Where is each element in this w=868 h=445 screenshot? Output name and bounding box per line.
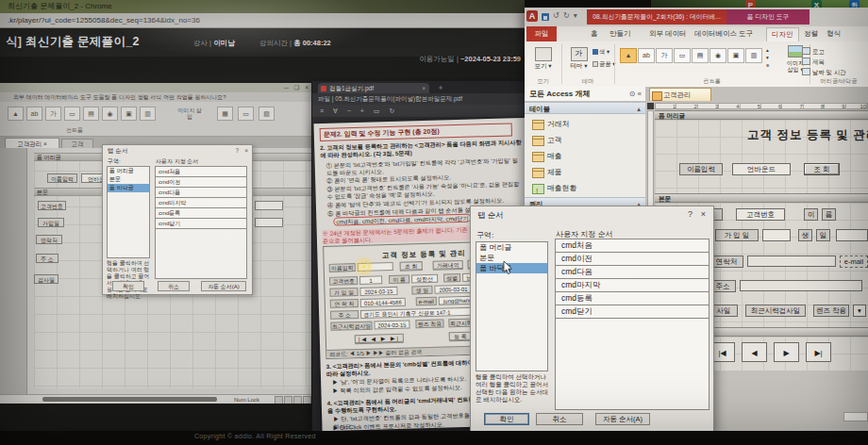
nav-section-tables[interactable]: 테이블▴ bbox=[525, 102, 645, 114]
nav-table-customer[interactable]: 고객 bbox=[525, 132, 645, 148]
cancel-button[interactable]: 취소 bbox=[536, 413, 583, 425]
order-item-cmd-prev[interactable]: cmd이전 bbox=[556, 253, 709, 266]
video-view-buttons[interactable] bbox=[275, 396, 311, 404]
birth-field[interactable] bbox=[836, 229, 868, 241]
nav-prev-button[interactable]: ◀ bbox=[742, 342, 767, 362]
exam-date-label[interactable]: 최근시력검사일 bbox=[745, 305, 806, 317]
nav-pane-header[interactable]: 모든 Access 개체 ⊙ « bbox=[525, 87, 645, 102]
access-titlebar[interactable]: A ↺ ↻ ▾ 08.최신기출문제풀이_2회차(36) : 데이터베... 폼 … bbox=[525, 8, 868, 26]
section-list[interactable]: 폼 머리글 본문 폼 바닥글 bbox=[476, 241, 548, 371]
nav-last-button[interactable]: ▶| bbox=[806, 342, 831, 362]
name-label-part1[interactable]: 이 bbox=[804, 208, 818, 221]
order-item-cmd-first[interactable]: cmd처음 bbox=[556, 239, 709, 253]
webbrowser-control-icon[interactable]: ▣ bbox=[727, 48, 744, 63]
controls-more-icon[interactable]: ≡ bbox=[766, 62, 769, 68]
tab-order-dialog[interactable]: 탭 순서 ? × 구역: 폼 머리글 본문 폼 바닥글 사용자 지정 순서 cm… bbox=[470, 206, 714, 432]
contact-field[interactable] bbox=[747, 255, 836, 267]
join-date-label[interactable]: 가 입 일 bbox=[715, 229, 759, 241]
unbound-textbox[interactable]: 언바운드 bbox=[732, 163, 791, 175]
name-input-label[interactable]: 이름입력 bbox=[679, 163, 723, 175]
form-header-section-bar[interactable]: 폼 머리글 bbox=[655, 110, 868, 120]
save-icon[interactable] bbox=[542, 13, 549, 21]
search-button[interactable]: 조 회 bbox=[804, 163, 840, 175]
nav-table-sales[interactable]: 매출 bbox=[525, 148, 645, 164]
tab-home[interactable]: 홈 bbox=[591, 26, 598, 41]
video-name-label[interactable]: 이름입력 bbox=[47, 173, 77, 183]
controls-scroll-down-icon[interactable]: ▾ bbox=[766, 55, 769, 60]
tab-format[interactable]: 형식 bbox=[826, 26, 841, 41]
video-addr-label[interactable]: 주 소 bbox=[36, 254, 58, 263]
tab-create[interactable]: 만들기 bbox=[609, 26, 631, 41]
list-item-detail[interactable]: 본문 bbox=[476, 253, 547, 263]
nav-next-button[interactable]: ▶ bbox=[774, 342, 799, 362]
tab-database-tools[interactable]: 데이터베이스 도구 bbox=[694, 26, 753, 41]
custom-order-list[interactable]: cmd처음 cmd이전 cmd다음 cmd마지막 cmd등록 cmd닫기 bbox=[555, 239, 709, 410]
undo-redo-icons[interactable]: ↺ ↻ ▾ bbox=[553, 11, 578, 20]
new-tab-icon[interactable]: ＋ bbox=[437, 82, 444, 92]
list-item[interactable]: cmd다음 bbox=[156, 188, 246, 198]
dialog-close-icon[interactable]: × bbox=[701, 209, 706, 219]
detail-section-bar[interactable]: 본문 bbox=[655, 193, 868, 203]
cust-number-field[interactable]: 고객번호 bbox=[736, 208, 785, 221]
datetime-button[interactable]: 날짜 및 시간 bbox=[802, 68, 846, 77]
order-item-cmd-close[interactable]: cmd닫기 bbox=[556, 305, 709, 319]
video-cust-label[interactable]: 고객번호 bbox=[38, 201, 66, 210]
button-control-icon[interactable]: ▭ bbox=[674, 48, 691, 63]
video-exam-label[interactable]: 검사일 bbox=[34, 274, 58, 284]
list-item[interactable]: 본문 bbox=[108, 175, 149, 184]
pdf-tab[interactable]: 컴활1급실기.pdf × bbox=[318, 83, 429, 93]
navigation-control-icon[interactable]: ▥ bbox=[745, 48, 762, 63]
nav-table-geraechae[interactable]: 거래처 bbox=[525, 116, 645, 132]
list-item-form-header[interactable]: 폼 머리글 bbox=[476, 242, 547, 253]
address-field[interactable] bbox=[740, 280, 862, 291]
tab-file[interactable]: 파일 bbox=[526, 26, 557, 41]
nav-collapse-icon[interactable]: ⊙ « bbox=[629, 87, 642, 102]
pdf-address-bar[interactable]: 파일 | 05.최신기출문제풀이(파이널)합본파일문제.pdf bbox=[312, 93, 541, 105]
birth-label-part1[interactable]: 생 bbox=[798, 229, 812, 241]
video-join-label[interactable]: 가입일 bbox=[38, 218, 64, 227]
horizontal-scrollbar[interactable] bbox=[843, 412, 868, 421]
video-dialog-close-icon[interactable]: × bbox=[244, 147, 248, 154]
logo-button[interactable]: 로고 bbox=[802, 47, 825, 57]
video-dialog-help-icon[interactable]: ? bbox=[235, 147, 239, 154]
tab-design[interactable]: 디자인 bbox=[766, 27, 799, 41]
doc-tab-customer-mgmt[interactable]: 고객관리 bbox=[649, 88, 711, 101]
nav-query-sales-status[interactable]: 매출현황 bbox=[525, 180, 645, 196]
video-auto-order-button[interactable]: 자동 순서(A) bbox=[201, 281, 246, 291]
nav-table-product[interactable]: 제품 bbox=[525, 164, 645, 180]
tab-control-icon[interactable]: ▤ bbox=[692, 48, 709, 63]
order-item-cmd-next[interactable]: cmd다음 bbox=[556, 266, 709, 279]
tab-close-icon[interactable]: × bbox=[422, 83, 426, 93]
video-section-list[interactable]: 폼 머리글 본문 폼 바닥글 bbox=[107, 166, 150, 258]
textbox-control-icon[interactable]: ab bbox=[638, 48, 655, 63]
chrome-titlebar[interactable]: 최신기출 문제풀이_2 - Chrome bbox=[0, 0, 525, 13]
video-cancel-button[interactable]: 취소 bbox=[158, 281, 190, 291]
lens-checkbox[interactable]: ▾ bbox=[853, 305, 866, 317]
video-scrollbar-thumb[interactable] bbox=[42, 397, 217, 402]
list-item-form-footer-selected[interactable]: 폼 바닥글 bbox=[476, 263, 547, 273]
order-item-cmd-register[interactable]: cmd등록 bbox=[556, 292, 709, 305]
video-order-list[interactable]: cmd처음 cmd이전 cmd다음 cmd마지막 cmd등록 cmd닫기 bbox=[155, 166, 247, 279]
pdf-toolbar[interactable]: ≡ ∀ − + ▭ ↻ bbox=[312, 105, 541, 117]
video-ok-button[interactable]: 확인 bbox=[112, 281, 144, 291]
list-item[interactable]: cmd이전 bbox=[156, 177, 246, 188]
font-button[interactable]: 글꼴 ▾ bbox=[593, 60, 616, 69]
video-contact-label[interactable]: 연락처 bbox=[36, 235, 62, 244]
join-date-field[interactable] bbox=[762, 229, 791, 241]
list-item-selected[interactable]: 폼 바닥글 bbox=[108, 184, 149, 192]
list-item[interactable]: cmd등록 bbox=[156, 208, 246, 219]
view-button[interactable]: 보기 ▾ bbox=[529, 45, 557, 76]
title-button[interactable]: 제목 bbox=[802, 58, 825, 67]
auto-order-button[interactable]: 자동 순서(A) bbox=[595, 413, 650, 425]
controls-scroll-up-icon[interactable]: ▴ bbox=[766, 47, 769, 53]
contact-label[interactable]: 연락처 bbox=[709, 255, 743, 268]
order-item-cmd-last[interactable]: cmd마지막 bbox=[556, 279, 709, 292]
dialog-help-icon[interactable]: ? bbox=[688, 209, 693, 219]
tab-external-data[interactable]: 외부 데이터 bbox=[649, 26, 687, 41]
theme-button[interactable]: 가 테마 ▾ bbox=[565, 45, 593, 76]
lens-label[interactable]: 렌즈 착용 bbox=[813, 305, 849, 317]
lecture-video[interactable]: ─ ❏ × 외부 데이터 데이터베이스 도구 도움말 폼 디자인 정렬 서식 어… bbox=[0, 83, 313, 404]
hyperlink-globe-icon[interactable]: ◉ bbox=[709, 48, 726, 63]
url-bar[interactable]: .kr/player/?ul_code=1255058&dec_seq=1364… bbox=[0, 13, 525, 28]
label-control-icon[interactable]: 가 bbox=[656, 48, 673, 63]
